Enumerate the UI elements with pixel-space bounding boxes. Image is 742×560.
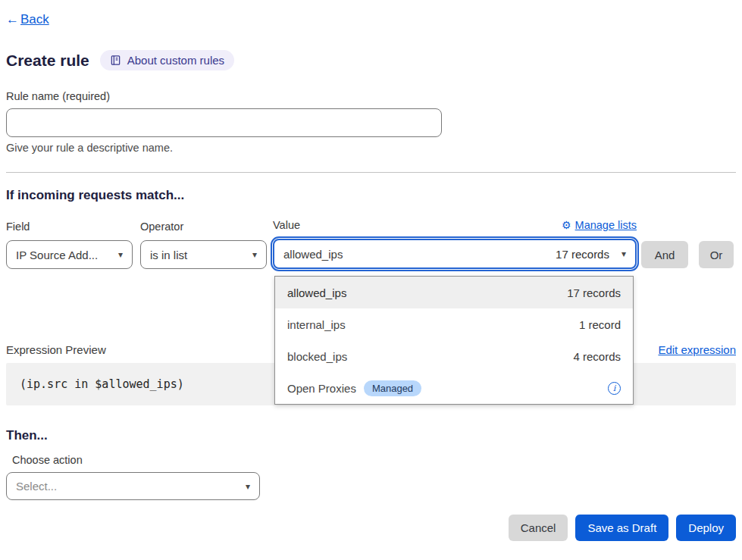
cancel-button[interactable]: Cancel [509,515,568,541]
footer-actions: Cancel Save as Draft Deploy [6,515,736,541]
action-select[interactable]: Select... ▾ [6,472,260,500]
edit-expression-label: Edit expression [658,343,736,356]
chevron-down-icon: ▾ [252,249,257,260]
back-link[interactable]: ←Back [6,12,49,27]
managed-badge: Managed [364,380,421,396]
expression-preview-label: Expression Preview [6,343,106,356]
action-select-placeholder: Select... [16,480,57,493]
list-item-records: 1 record [579,318,621,331]
info-icon[interactable]: i [608,382,621,395]
field-select-value: IP Source Add... [16,249,98,261]
list-item-name: internal_ips [287,318,346,331]
chevron-down-icon: ▾ [621,249,626,259]
about-custom-rules-link[interactable]: About custom rules [100,50,234,70]
list-item[interactable]: internal_ips 1 record [275,308,633,340]
field-select[interactable]: IP Source Add... ▾ [6,240,133,269]
value-label: Value [273,219,300,231]
list-item-records: 4 records [573,350,621,363]
and-button[interactable]: And [641,241,688,268]
back-link-label: Back [20,12,49,27]
manage-lists-link[interactable]: ⚙ Manage lists [562,219,637,231]
match-section-heading: If incoming requests match... [6,188,736,203]
list-item-name: allowed_ips [287,286,346,299]
back-arrow-icon: ← [6,12,19,27]
title-row: Create rule About custom rules [6,50,736,70]
gear-icon: ⚙ [562,219,571,231]
list-item-records: 17 records [567,286,621,299]
or-button[interactable]: Or [699,241,734,268]
rule-name-input[interactable] [6,108,442,137]
value-select-records: 17 records [556,248,609,261]
back-row: ←Back [0,0,742,27]
field-column: Field IP Source Add... ▾ [6,221,133,269]
operator-select-value: is in list [150,249,187,261]
condition-joiners: And Or [641,241,734,268]
list-dropdown-panel: allowed_ips 17 records internal_ips 1 re… [274,276,634,405]
operator-select[interactable]: is in list ▾ [140,240,267,269]
section-divider [6,172,736,173]
deploy-button[interactable]: Deploy [676,515,736,541]
save-as-draft-button[interactable]: Save as Draft [575,515,668,541]
expression-code: (ip.src in $allowed_ips) [20,377,184,391]
list-item[interactable]: blocked_ips 4 records [275,340,633,372]
value-select-selected: allowed_ips [283,248,343,261]
field-label: Field [6,221,30,233]
rule-name-label: Rule name (required) [0,90,742,102]
chevron-down-icon: ▾ [118,249,123,260]
list-item-name: Open Proxies [287,382,356,395]
condition-row: Field IP Source Add... ▾ Operator is in … [6,219,736,269]
rule-name-helper: Give your rule a descriptive name. [0,142,742,154]
value-select[interactable]: allowed_ips 17 records ▾ [273,239,637,269]
list-item[interactable]: Open Proxies Managed i [275,372,633,404]
list-item[interactable]: allowed_ips 17 records [275,277,633,308]
choose-action-label: Choose action [6,454,736,466]
edit-expression-link[interactable]: Edit expression [658,343,736,356]
book-icon [110,55,121,66]
operator-column: Operator is in list ▾ [140,221,267,269]
create-rule-page: ←Back Create rule About custom rules Rul… [0,0,742,560]
then-section-heading: Then... [6,428,736,443]
rule-name-field-wrap [0,108,742,137]
chevron-down-icon: ▾ [246,481,250,492]
value-column: Value ⚙ Manage lists allowed_ips 17 reco… [273,219,637,269]
manage-lists-label: Manage lists [575,219,637,231]
page-title: Create rule [6,51,89,70]
about-custom-rules-label: About custom rules [127,54,224,67]
operator-label: Operator [140,221,183,233]
list-item-name: blocked_ips [287,350,347,363]
